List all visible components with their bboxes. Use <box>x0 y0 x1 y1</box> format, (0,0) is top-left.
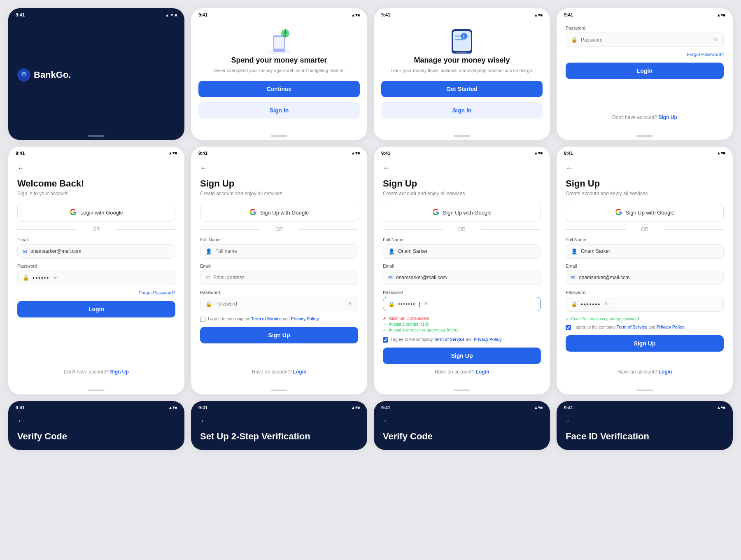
terms-checkbox[interactable] <box>566 325 571 330</box>
have-account-text: Have an account? Login <box>200 369 358 375</box>
eye-icon[interactable]: 👁 <box>53 275 58 281</box>
signup-button[interactable]: Sign Up <box>566 335 724 352</box>
status-icons: ▲▾■ <box>534 405 543 410</box>
login-button[interactable]: Login <box>17 301 175 317</box>
password-label: Password <box>566 290 724 295</box>
email-field: ✉ <box>200 271 358 285</box>
illustration <box>254 23 304 56</box>
onboard-title: Manage your money wisely <box>414 56 510 65</box>
home-indicator <box>88 135 105 137</box>
email-icon: ✉ <box>388 275 393 281</box>
google-btn-label: Sign Up with Google <box>260 210 309 216</box>
onboard-desc: Never overspend your money again with sm… <box>210 67 348 74</box>
back-button[interactable]: ← <box>17 164 175 173</box>
login-partial-screen: 9:41 ▲▾■ Password 🔒 👁 Forgot Password? L… <box>557 8 733 140</box>
logo-icon <box>17 68 30 82</box>
email-label: Email <box>17 237 175 242</box>
get-started-button[interactable]: Get Started <box>381 81 543 97</box>
fullname-field: 👤 <box>383 244 541 259</box>
google-signup-button[interactable]: Sign Up with Google <box>383 204 541 222</box>
signup-empty-screen: 9:41 ▲▾■ ← Sign Up Create account and en… <box>191 147 367 394</box>
password-input[interactable] <box>215 301 344 307</box>
password-field: 🔒 👁 <box>566 33 724 47</box>
login-button[interactable]: Login <box>566 63 724 79</box>
validation-item: ✗ Minimum 8 characters <box>383 316 541 321</box>
terms-link[interactable]: Term of Service <box>251 317 282 321</box>
signup-button[interactable]: Sign Up <box>383 348 541 364</box>
email-input[interactable] <box>396 275 536 280</box>
signin-button[interactable]: Sign In <box>381 102 543 119</box>
splash-screen: 9:41 ▲ ▾ ■ BankGo. <box>8 8 184 140</box>
google-btn-label: Login with Google <box>80 210 123 216</box>
screen-subtitle: Create account and enjoy all services <box>566 191 724 196</box>
lock-icon: 🔒 <box>23 275 29 281</box>
onboard-title: Spend your money smarter <box>231 56 327 65</box>
email-icon: ✉ <box>571 275 576 281</box>
logo-text: BankGo. <box>34 70 71 80</box>
status-bar: 9:41 ▲▾■ <box>374 8 550 20</box>
svg-rect-11 <box>455 39 463 40</box>
continue-button[interactable]: Continue <box>198 81 360 97</box>
signup-button[interactable]: Sign Up <box>200 327 358 343</box>
privacy-link[interactable]: Privacy Policy <box>291 317 319 321</box>
forgot-password-link[interactable]: Forgot Password? <box>17 290 175 295</box>
back-button[interactable]: ← <box>17 417 175 425</box>
forgot-password-link[interactable]: Forgot Password? <box>566 52 724 57</box>
status-bar: 9:41 ▲▾■ <box>191 401 367 413</box>
password-label: Password <box>566 26 724 30</box>
password-dots: ••••••• <box>581 301 601 308</box>
fullname-input[interactable] <box>215 248 353 254</box>
no-account-text: Don't have account? Sign Up <box>17 369 175 375</box>
login-link[interactable]: Login <box>476 369 489 375</box>
svg-point-14 <box>452 52 472 56</box>
terms-link[interactable]: Term of Service <box>617 325 647 329</box>
status-icons: ▲▾■ <box>717 151 725 155</box>
privacy-link[interactable]: Privacy Policy <box>474 337 502 342</box>
password-strength-msg: ✓ Cool! You have very strong password <box>566 317 724 321</box>
login-link[interactable]: Login <box>659 369 672 375</box>
terms-checkbox[interactable] <box>200 317 205 322</box>
signin-button[interactable]: Sign In <box>198 102 360 119</box>
screen-title: Sign Up <box>566 178 724 189</box>
status-icons: ▲ ▾ ■ <box>165 13 177 17</box>
back-button[interactable]: ← <box>383 164 541 173</box>
email-input[interactable] <box>30 248 170 254</box>
fullname-input[interactable] <box>581 248 718 254</box>
svg-point-2 <box>23 74 25 76</box>
eye-icon[interactable]: 👁 <box>424 301 429 307</box>
onboard-desc: Track your money flows, balance, and eve… <box>387 67 537 74</box>
password-input[interactable] <box>581 37 710 43</box>
google-signup-button[interactable]: Sign Up with Google <box>200 204 358 222</box>
password-field: 🔒 👁 <box>200 297 358 311</box>
person-icon: 👤 <box>388 248 395 254</box>
svg-text:$: $ <box>463 35 465 38</box>
signup-link[interactable]: Sign Up <box>659 114 677 120</box>
status-bar: 9:41 ▲▾■ <box>557 8 733 20</box>
eye-icon[interactable]: 👁 <box>347 301 353 307</box>
login-link[interactable]: Login <box>293 369 307 375</box>
back-button[interactable]: ← <box>200 417 358 425</box>
terms-row: I agree to the company Term of Service a… <box>200 316 358 322</box>
terms-checkbox[interactable] <box>383 337 388 343</box>
signup-link[interactable]: Sign Up <box>110 369 129 375</box>
back-button[interactable]: ← <box>566 164 724 173</box>
google-signup-button[interactable]: Sign Up with Google <box>566 204 724 222</box>
back-button[interactable]: ← <box>383 417 541 425</box>
back-button[interactable]: ← <box>200 164 358 173</box>
email-label: Email <box>383 264 541 268</box>
password-label: Password <box>17 264 175 268</box>
login-screen: 9:41 ▲▾■ ← Welcome Back! Sign in to your… <box>8 147 184 394</box>
google-login-button[interactable]: Login with Google <box>17 204 175 222</box>
password-field: 🔒 ••••••• 👁 <box>566 297 724 312</box>
privacy-link[interactable]: Privacy Policy <box>657 325 685 329</box>
back-button[interactable]: ← <box>566 417 724 425</box>
fullname-input[interactable] <box>398 248 536 254</box>
email-input[interactable] <box>213 275 353 280</box>
email-icon: ✉ <box>23 248 27 254</box>
fullname-field: 👤 <box>566 244 724 259</box>
eye-icon[interactable]: 👁 <box>604 301 609 307</box>
home-indicator <box>88 390 105 391</box>
eye-icon[interactable]: 👁 <box>713 37 718 43</box>
terms-link[interactable]: Term of Service <box>434 337 464 342</box>
email-input[interactable] <box>579 275 718 280</box>
